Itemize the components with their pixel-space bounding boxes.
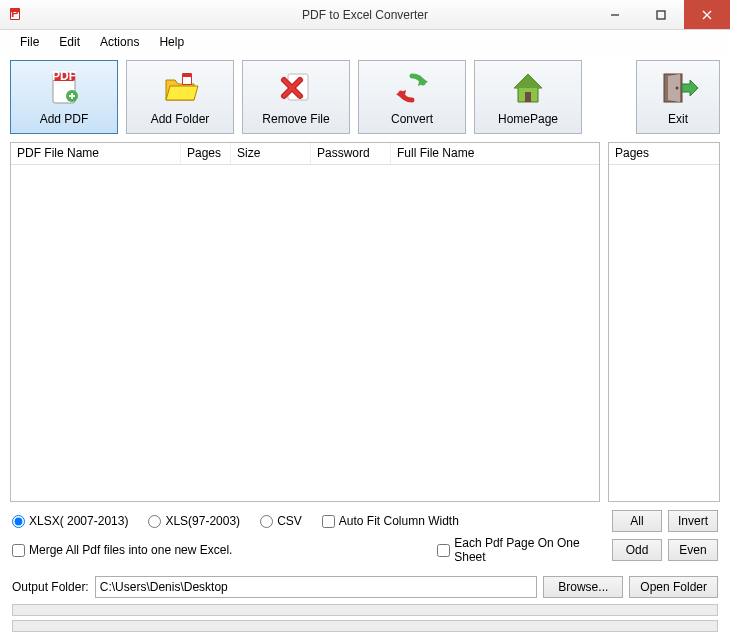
radio-xls-label: XLS(97-2003) bbox=[165, 514, 240, 528]
progress-area bbox=[0, 604, 730, 638]
add-pdf-label: Add PDF bbox=[40, 112, 89, 126]
pages-list[interactable]: Pages bbox=[608, 142, 720, 502]
svg-text:P: P bbox=[11, 7, 19, 20]
app-icon: P bbox=[8, 7, 24, 23]
even-button[interactable]: Even bbox=[668, 539, 718, 561]
options-row-2: Merge All Pdf files into one new Excel. … bbox=[0, 534, 730, 572]
check-each-sheet-label: Each Pdf Page On One Sheet bbox=[454, 536, 612, 564]
col-password[interactable]: Password bbox=[311, 143, 391, 164]
file-list[interactable]: PDF File Name Pages Size Password Full F… bbox=[10, 142, 600, 502]
menubar: File Edit Actions Help bbox=[0, 30, 730, 54]
menu-help[interactable]: Help bbox=[149, 32, 194, 52]
add-folder-button[interactable]: Add Folder bbox=[126, 60, 234, 134]
svg-rect-25 bbox=[525, 92, 531, 102]
convert-icon bbox=[392, 68, 432, 108]
col-pages[interactable]: Pages bbox=[181, 143, 231, 164]
maximize-button[interactable] bbox=[638, 0, 684, 29]
check-merge-input[interactable] bbox=[12, 544, 25, 557]
open-folder-button[interactable]: Open Folder bbox=[629, 576, 718, 598]
folder-icon bbox=[160, 68, 200, 108]
pdf-file-icon: PDF bbox=[44, 68, 84, 108]
check-autofit-input[interactable] bbox=[322, 515, 335, 528]
pages-list-body bbox=[609, 165, 719, 501]
exit-label: Exit bbox=[668, 112, 688, 126]
svg-marker-30 bbox=[682, 80, 698, 96]
pages-list-header: Pages bbox=[609, 143, 719, 165]
check-merge-label: Merge All Pdf files into one new Excel. bbox=[29, 543, 232, 557]
odd-button[interactable]: Odd bbox=[612, 539, 662, 561]
titlebar: P PDF to Excel Converter bbox=[0, 0, 730, 30]
output-folder-label: Output Folder: bbox=[12, 580, 89, 594]
radio-xls-input[interactable] bbox=[148, 515, 161, 528]
svg-point-29 bbox=[676, 87, 679, 90]
options-row-1: XLSX( 2007-2013) XLS(97-2003) CSV Auto F… bbox=[0, 502, 730, 534]
minimize-button[interactable] bbox=[592, 0, 638, 29]
svg-text:PDF: PDF bbox=[52, 69, 76, 83]
output-row: Output Folder: Browse... Open Folder bbox=[0, 572, 730, 604]
check-merge[interactable]: Merge All Pdf files into one new Excel. bbox=[12, 543, 436, 557]
check-autofit-label: Auto Fit Column Width bbox=[339, 514, 459, 528]
svg-rect-5 bbox=[657, 11, 665, 19]
menu-actions[interactable]: Actions bbox=[90, 32, 149, 52]
check-each-sheet-input[interactable] bbox=[437, 544, 450, 557]
invert-button[interactable]: Invert bbox=[668, 510, 718, 532]
file-list-body bbox=[11, 165, 599, 501]
all-button[interactable]: All bbox=[612, 510, 662, 532]
homepage-button[interactable]: HomePage bbox=[474, 60, 582, 134]
home-icon bbox=[508, 68, 548, 108]
svg-rect-16 bbox=[183, 74, 191, 77]
menu-edit[interactable]: Edit bbox=[49, 32, 90, 52]
exit-button[interactable]: Exit bbox=[636, 60, 720, 134]
remove-file-label: Remove File bbox=[262, 112, 329, 126]
toolbar-spacer bbox=[590, 60, 628, 134]
convert-button[interactable]: Convert bbox=[358, 60, 466, 134]
window-title: PDF to Excel Converter bbox=[302, 8, 428, 22]
add-folder-label: Add Folder bbox=[151, 112, 210, 126]
check-each-sheet[interactable]: Each Pdf Page On One Sheet bbox=[437, 536, 612, 564]
remove-icon bbox=[276, 68, 316, 108]
col-full-file-name[interactable]: Full File Name bbox=[391, 143, 599, 164]
col-side-pages[interactable]: Pages bbox=[609, 143, 719, 164]
radio-csv[interactable]: CSV bbox=[260, 514, 302, 528]
svg-marker-26 bbox=[514, 74, 542, 88]
col-pdf-file-name[interactable]: PDF File Name bbox=[11, 143, 181, 164]
homepage-label: HomePage bbox=[498, 112, 558, 126]
close-button[interactable] bbox=[684, 0, 730, 29]
radio-csv-label: CSV bbox=[277, 514, 302, 528]
toolbar: PDF Add PDF Add Folder Remove File Conve… bbox=[0, 54, 730, 142]
radio-xlsx[interactable]: XLSX( 2007-2013) bbox=[12, 514, 128, 528]
output-folder-input[interactable] bbox=[95, 576, 538, 598]
progress-bar-1 bbox=[12, 604, 718, 616]
convert-label: Convert bbox=[391, 112, 433, 126]
progress-bar-2 bbox=[12, 620, 718, 632]
browse-button[interactable]: Browse... bbox=[543, 576, 623, 598]
check-autofit[interactable]: Auto Fit Column Width bbox=[322, 514, 459, 528]
remove-file-button[interactable]: Remove File bbox=[242, 60, 350, 134]
window-controls bbox=[592, 0, 730, 29]
radio-xlsx-label: XLSX( 2007-2013) bbox=[29, 514, 128, 528]
radio-xlsx-input[interactable] bbox=[12, 515, 25, 528]
file-list-header: PDF File Name Pages Size Password Full F… bbox=[11, 143, 599, 165]
add-pdf-button[interactable]: PDF Add PDF bbox=[10, 60, 118, 134]
radio-xls[interactable]: XLS(97-2003) bbox=[148, 514, 240, 528]
menu-file[interactable]: File bbox=[10, 32, 49, 52]
exit-icon bbox=[658, 68, 698, 108]
col-size[interactable]: Size bbox=[231, 143, 311, 164]
radio-csv-input[interactable] bbox=[260, 515, 273, 528]
lists-area: PDF File Name Pages Size Password Full F… bbox=[0, 142, 730, 502]
